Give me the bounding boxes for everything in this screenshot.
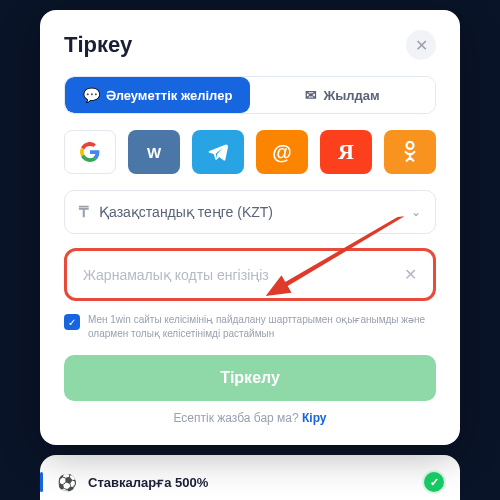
login-link[interactable]: Кіру <box>302 411 327 425</box>
soccer-icon: ⚽ <box>56 471 78 493</box>
check-icon: ✓ <box>68 317 76 328</box>
promo-placeholder: Жарнамалық кодты енгізіңіз <box>83 267 269 283</box>
vk-button[interactable]: W <box>128 130 180 174</box>
vk-icon: W <box>147 144 161 161</box>
currency-label: Қазақстандық теңге (KZT) <box>99 204 273 220</box>
telegram-button[interactable] <box>192 130 244 174</box>
bonuses-panel: ⚽ Ставкаларға 500% ✓ 🏛️ Казиноға 500% ✓ … <box>40 455 460 500</box>
agree-text: Мен 1win сайты келісімінің пайдалану шар… <box>88 313 436 341</box>
bonus-stripe <box>40 472 43 492</box>
close-icon: ✕ <box>415 36 428 55</box>
bonus-label: Ставкаларға 500% <box>88 475 208 490</box>
google-button[interactable] <box>64 130 116 174</box>
agree-row: ✓ Мен 1win сайты келісімінің пайдалану ш… <box>64 313 436 341</box>
clear-icon[interactable]: ✕ <box>404 265 417 284</box>
signup-tabs: 💬 Әлеуметтік желілер ✉ Жылдам <box>64 76 436 114</box>
signup-modal: Тіркеу ✕ 💬 Әлеуметтік желілер ✉ Жылдам W… <box>40 10 460 445</box>
tab-social-label: Әлеуметтік желілер <box>106 88 233 103</box>
yandex-button[interactable]: Я <box>320 130 372 174</box>
mailru-button[interactable]: @ <box>256 130 308 174</box>
promo-highlight: Жарнамалық кодты енгізіңіз ✕ <box>64 248 436 301</box>
bonus-item[interactable]: ⚽ Ставкаларға 500% ✓ <box>56 463 444 500</box>
mailru-icon: @ <box>272 141 292 164</box>
social-buttons-row: W @ Я <box>64 130 436 174</box>
envelope-icon: ✉ <box>305 87 317 103</box>
google-icon <box>80 142 100 162</box>
ok-button[interactable] <box>384 130 436 174</box>
chat-icon: 💬 <box>83 87 100 103</box>
modal-title: Тіркеу <box>64 32 132 58</box>
ok-icon <box>402 141 418 163</box>
currency-symbol: ₸ <box>79 203 89 221</box>
svg-point-0 <box>406 142 413 149</box>
yandex-icon: Я <box>338 139 354 165</box>
submit-button[interactable]: Тіркелу <box>64 355 436 401</box>
close-button[interactable]: ✕ <box>406 30 436 60</box>
tab-quick[interactable]: ✉ Жылдам <box>250 77 435 113</box>
agree-checkbox[interactable]: ✓ <box>64 314 80 330</box>
currency-select[interactable]: ₸ Қазақстандық теңге (KZT) ⌄ <box>64 190 436 234</box>
tab-social[interactable]: 💬 Әлеуметтік желілер <box>65 77 250 113</box>
check-badge: ✓ <box>424 472 444 492</box>
tab-quick-label: Жылдам <box>323 88 379 103</box>
login-prompt: Есептік жазба бар ма? <box>173 411 298 425</box>
chevron-down-icon: ⌄ <box>411 205 421 219</box>
modal-header: Тіркеу ✕ <box>64 30 436 60</box>
telegram-icon <box>207 141 229 163</box>
submit-label: Тіркелу <box>220 369 280 386</box>
login-prompt-row: Есептік жазба бар ма? Кіру <box>64 411 436 425</box>
promo-input[interactable]: Жарнамалық кодты енгізіңіз ✕ <box>71 255 429 294</box>
